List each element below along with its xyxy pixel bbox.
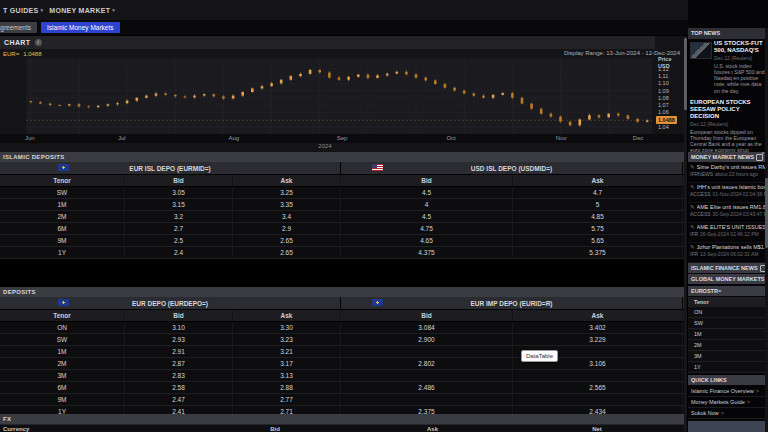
pencil-icon: ✎: [690, 164, 695, 171]
last-price-badge: 1.0488: [656, 116, 677, 124]
quick-link[interactable]: Islamic Finance Overview>: [688, 386, 768, 397]
money-market-news-header[interactable]: MONEY MARKET NEWS: [688, 152, 768, 162]
news-item-headline-text: IHH's unit issues Islamic bonds: [697, 184, 766, 191]
info-icon[interactable]: i: [35, 39, 42, 46]
table-row[interactable]: 1M2.913.21: [0, 346, 684, 358]
eurostr-tenor-row[interactable]: 2M: [688, 340, 768, 351]
news-item-meta: IFRNEWSabout 23 hours ago: [690, 171, 766, 178]
news-list-item[interactable]: ✎Sime Darby's unit issues RM1.3IFRNEWSab…: [688, 163, 768, 183]
news-item-headline: ✎Sime Darby's unit issues RM1.3: [690, 164, 766, 171]
table-title-left: EUR DEPO (EURDEPO=): [0, 297, 341, 309]
month-label-aug: Aug: [228, 135, 239, 141]
value-cell: 4.7: [513, 187, 683, 198]
bottom-section-bar[interactable]: [688, 421, 768, 432]
news-list-item[interactable]: ✎AME ELITE'S UNIT ISSUES MIFR26-Sep-2024…: [688, 223, 768, 243]
table-column-headers: TenorBidAskBidAsk: [0, 175, 684, 187]
value-cell: 3.17: [233, 358, 341, 369]
eurostr-tenor-list: ONSW1M2M3M1Y: [688, 307, 768, 373]
eurostr-tenor-row[interactable]: 1M: [688, 329, 768, 340]
chevron-right-icon: >: [721, 410, 724, 416]
islamic-deposits-table: EUR ISL DEPO (EURMID=)USD ISL DEPO (USDM…: [0, 162, 684, 259]
table-row[interactable]: 1M3.153.3545: [0, 199, 684, 211]
column-header-ask-4: Ask: [513, 310, 683, 321]
table-row[interactable]: 1Y2.42.654.3755.375: [0, 247, 684, 259]
tab-islamic-money-markets[interactable]: Islamic Money Markets: [41, 22, 119, 33]
table-row[interactable]: 9M2.472.77: [0, 394, 684, 406]
table-row[interactable]: 2M3.23.44.54.85: [0, 211, 684, 223]
news-item-headline: ✎AME Elite unit issues RM1.8b s: [690, 204, 766, 211]
tenor-cell: 2M: [0, 358, 125, 369]
tenor-cell: 9M: [0, 394, 125, 405]
news-source-code: ACCESS: [690, 211, 711, 217]
money-market-news-list: ✎Sime Darby's unit issues RM1.3IFRNEWSab…: [688, 163, 768, 263]
global-money-markets-news-header[interactable]: GLOBAL MONEY MARKETS NEWS: [688, 274, 768, 284]
candlestick-chart[interactable]: [26, 58, 652, 134]
news-item-time: 13-Sep-2024 06:02:31 AM: [700, 251, 758, 257]
quick-link[interactable]: Money Markets Guide>: [688, 397, 768, 408]
value-cell: 2.9: [233, 223, 341, 234]
news-list-item[interactable]: ✎Johor Plantations sells M$1.3bn sIFR13-…: [688, 243, 768, 263]
menu-guides[interactable]: T GUIDES ▾: [3, 7, 43, 14]
table-title-row: EUR DEPO (EURDEPO=)EUR IMP DEPO (EURID=R…: [0, 297, 684, 310]
value-cell: 4.5: [341, 187, 513, 198]
value-cell: 2.91: [125, 346, 233, 357]
news-story-us-stocks[interactable]: US STOCKS-FUT 500, NASDAQ'S Dec 12 (Reut…: [688, 40, 768, 98]
news-panel: TOP NEWS US STOCKS-FUT 500, NASDAQ'S Dec…: [688, 0, 768, 432]
table-row[interactable]: SW2.933.232.9003.229: [0, 334, 684, 346]
menu-money-market[interactable]: MONEY MARKET ▾: [49, 7, 115, 14]
table-row[interactable]: 6M2.582.882.4862.565: [0, 382, 684, 394]
news-item-headline: ✎Johor Plantations sells M$1.3bn s: [690, 244, 766, 251]
quick-link[interactable]: Sukuk Now>: [688, 408, 768, 419]
table-row[interactable]: 9M2.52.654.655.65: [0, 235, 684, 247]
top-news-header[interactable]: TOP NEWS: [688, 28, 768, 39]
value-cell: 2.58: [125, 382, 233, 393]
eurostr-tenor-row[interactable]: SW: [688, 318, 768, 329]
value-cell: 3.23: [233, 334, 341, 345]
news-item-time: 01-Nov-2024 02:04:36 PM: [713, 191, 766, 197]
value-cell: 3.05: [125, 187, 233, 198]
eurostr-tenor-row[interactable]: ON: [688, 307, 768, 318]
month-label-nov: Nov: [556, 135, 567, 141]
value-cell: 2.65: [233, 235, 341, 246]
news-item-headline: ✎IHH's unit issues Islamic bonds: [690, 184, 766, 191]
column-header-ask-2: Ask: [233, 310, 341, 321]
tab-agreements[interactable]: Agreements: [0, 22, 37, 33]
pencil-icon: ✎: [690, 224, 695, 231]
news-list-item[interactable]: ✎AME Elite unit issues RM1.8b sACCESS30-…: [688, 203, 768, 223]
section-fx[interactable]: FX: [0, 414, 684, 424]
eurostr-header[interactable]: EUROSTR=: [688, 286, 768, 296]
value-cell: 4.75: [341, 223, 513, 234]
chevron-down-icon: ▾: [40, 7, 43, 13]
legend-price: 1.0488: [23, 51, 41, 57]
table-row[interactable]: 6M2.72.94.755.75: [0, 223, 684, 235]
table-row[interactable]: 3M2.833.13: [0, 370, 684, 382]
quick-links-title: QUICK LINKS: [691, 375, 727, 385]
value-cell: [513, 394, 683, 405]
section-islamic-deposits[interactable]: ISLAMIC DEPOSITS: [0, 152, 684, 162]
column-header-tenor-0: Tenor: [0, 310, 125, 321]
news-item-headline-text: Sime Darby's unit issues RM1.3: [697, 164, 766, 171]
section-deposits[interactable]: DEPOSITS: [0, 287, 684, 297]
tenor-cell: 3M: [0, 370, 125, 381]
table-row[interactable]: 2M2.873.172.8023.106: [0, 358, 684, 370]
eurostr-tenor-row[interactable]: 1Y: [688, 362, 768, 373]
main-scrollbar-handle[interactable]: [684, 38, 687, 110]
news-story-european-stocks[interactable]: EUROPEAN STOCKS SEESAW POLICY DECISION D…: [688, 99, 768, 151]
value-cell: 4.5: [341, 211, 513, 222]
price-tick-1.10: 1.10: [658, 80, 669, 86]
tenor-cell: SW: [0, 187, 125, 198]
islamic-finance-news-header[interactable]: ISLAMIC FINANCE NEWS: [688, 263, 768, 273]
eu-flag-icon: [58, 299, 69, 306]
table-title-right: USD ISL DEPO (USDMID=): [341, 162, 683, 174]
table-row[interactable]: ON3.103.303.0843.402: [0, 322, 684, 334]
time-axis: JunJulAugSepOctNovDec: [0, 134, 684, 143]
table-title-label: USD ISL DEPO (USDMID=): [471, 165, 552, 172]
main-scrollbar[interactable]: [684, 36, 687, 432]
eurostr-title: EUROSTR=: [691, 286, 721, 296]
table-row[interactable]: SW3.053.254.54.7: [0, 187, 684, 199]
news-source-code: IFR: [690, 251, 698, 257]
eurostr-tenor-row[interactable]: 3M: [688, 351, 768, 362]
table-title-label: EUR ISL DEPO (EURMID=): [129, 165, 210, 172]
news-list-item[interactable]: ✎IHH's unit issues Islamic bondsACCESS01…: [688, 183, 768, 203]
price-tick-1.07: 1.07: [658, 102, 669, 108]
